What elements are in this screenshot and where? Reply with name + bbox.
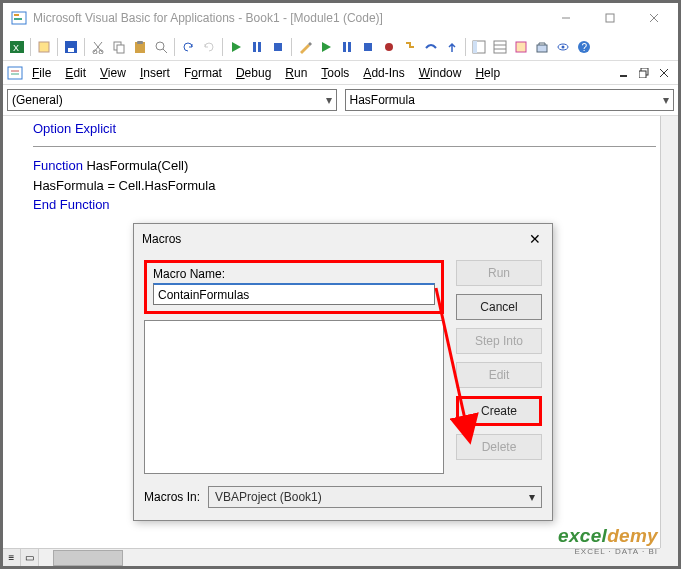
svg-rect-9 [39,42,49,52]
menu-debug[interactable]: Debug [229,64,278,82]
procedure-view-icon[interactable]: ≡ [3,549,21,567]
close-button[interactable] [632,4,676,32]
macro-name-section: Macro Name: [144,260,444,314]
step-into-button[interactable]: Step Into [456,328,542,354]
cut-icon[interactable] [88,37,108,57]
watermark-logo: exceldemy EXCEL · DATA · BI [558,525,658,556]
svg-point-18 [156,42,164,50]
chevron-down-icon: ▾ [529,490,535,504]
dialog-close-button[interactable]: ✕ [526,230,544,248]
svg-marker-24 [322,42,331,52]
cancel-button[interactable]: Cancel [456,294,542,320]
svg-line-19 [163,49,167,53]
menu-format[interactable]: Format [177,64,229,82]
mdi-close-button[interactable] [655,65,673,81]
insert-module-icon[interactable] [34,37,54,57]
menu-window[interactable]: Window [412,64,469,82]
vertical-scrollbar[interactable] [660,116,678,548]
mdi-restore-button[interactable] [635,65,653,81]
create-button[interactable]: Create [456,396,542,426]
step-out-icon[interactable] [442,37,462,57]
chevron-down-icon: ▾ [663,93,669,107]
svg-rect-17 [137,41,143,44]
undo-icon[interactable] [178,37,198,57]
menu-run[interactable]: Run [278,64,314,82]
macros-in-label: Macros In: [144,490,200,504]
macros-in-combo[interactable]: VBAProject (Book1) ▾ [208,486,542,508]
procedure-combo-value: HasFormula [350,93,415,107]
svg-rect-26 [348,42,351,52]
svg-rect-31 [494,41,506,53]
run-button[interactable]: Run [456,260,542,286]
macro-name-label: Macro Name: [153,267,435,281]
macros-listbox[interactable] [144,320,444,474]
svg-rect-25 [343,42,346,52]
save-icon[interactable] [61,37,81,57]
dialog-title: Macros [142,232,181,246]
svg-rect-11 [68,48,74,52]
svg-rect-27 [364,43,372,51]
menu-tools[interactable]: Tools [314,64,356,82]
svg-point-37 [562,45,565,48]
object-browser-icon[interactable] [511,37,531,57]
svg-rect-34 [516,42,526,52]
copy-icon[interactable] [109,37,129,57]
svg-rect-30 [473,41,477,53]
svg-rect-4 [606,14,614,22]
svg-rect-22 [258,42,261,52]
menu-help[interactable]: Help [468,64,507,82]
svg-point-28 [385,43,393,51]
maximize-button[interactable] [588,4,632,32]
menu-file[interactable]: FFileile [25,64,58,82]
chevron-down-icon: ▾ [326,93,332,107]
help-icon[interactable]: ? [574,37,594,57]
window-titlebar: Microsoft Visual Basic for Applications … [3,3,678,33]
object-combo[interactable]: (General) ▾ [7,89,337,111]
run-icon[interactable] [226,37,246,57]
vba-app-icon [11,10,27,26]
menubar: FFileile Edit View Insert Format Debug R… [3,61,678,85]
module-icon [7,65,23,81]
menu-addins[interactable]: Add-Ins [356,64,411,82]
procedure-combo[interactable]: HasFormula ▾ [345,89,675,111]
minimize-button[interactable] [544,4,588,32]
macros-in-value: VBAProject (Book1) [215,490,322,504]
design-mode-icon[interactable] [295,37,315,57]
edit-button[interactable]: Edit [456,362,542,388]
redo-icon[interactable] [199,37,219,57]
svg-text:X: X [13,43,19,53]
toolbox-icon[interactable] [532,37,552,57]
step-icon[interactable] [400,37,420,57]
svg-rect-45 [639,71,646,78]
menu-insert[interactable]: Insert [133,64,177,82]
svg-rect-40 [8,67,22,79]
svg-rect-15 [117,45,124,53]
mdi-minimize-button[interactable] [615,65,633,81]
svg-rect-1 [14,14,19,16]
breakpoint-icon[interactable] [379,37,399,57]
pause-icon[interactable] [247,37,267,57]
macro-name-input[interactable] [153,283,435,305]
stop-icon[interactable] [268,37,288,57]
excel-icon[interactable]: X [7,37,27,57]
stop-alt-icon[interactable] [358,37,378,57]
watch-icon[interactable] [553,37,573,57]
svg-rect-2 [14,18,22,20]
find-icon[interactable] [151,37,171,57]
project-explorer-icon[interactable] [469,37,489,57]
run-alt-icon[interactable] [316,37,336,57]
svg-rect-23 [274,43,282,51]
object-combo-value: (General) [12,93,63,107]
step-over-icon[interactable] [421,37,441,57]
code-nav-bar: (General) ▾ HasFormula ▾ [3,85,678,116]
paste-icon[interactable] [130,37,150,57]
menu-edit[interactable]: Edit [58,64,93,82]
properties-icon[interactable] [490,37,510,57]
menu-view[interactable]: View [93,64,133,82]
standard-toolbar: X ? [3,33,678,61]
pause-alt-icon[interactable] [337,37,357,57]
full-module-view-icon[interactable]: ▭ [21,549,39,567]
delete-button[interactable]: Delete [456,434,542,460]
window-title: Microsoft Visual Basic for Applications … [33,11,544,25]
svg-rect-35 [537,45,547,52]
